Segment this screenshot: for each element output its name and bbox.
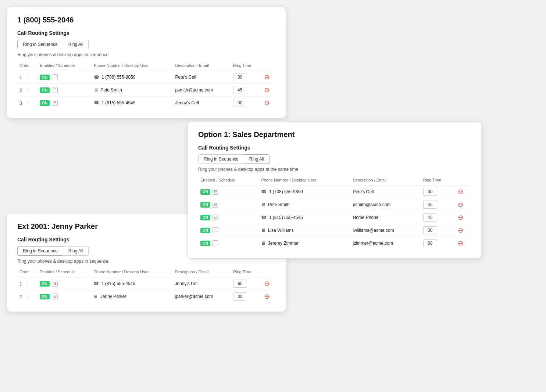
remove-button[interactable]: ⊖ [458,214,463,221]
calendar-icon[interactable]: ☷ [213,202,218,208]
card3-tab-sequence[interactable]: Ring in Sequence [17,246,63,256]
on-badge[interactable]: ON [40,294,50,299]
ring-time-input[interactable] [423,239,437,247]
card3-table: Order Enabled / Schedule Phone Number / … [17,268,275,303]
remove-cell: ⊖ [262,71,275,84]
calendar-icon[interactable]: ☷ [52,100,58,106]
calendar-icon[interactable]: ☷ [213,240,218,246]
on-badge[interactable]: ON [200,241,210,246]
ring-time-input[interactable] [423,226,437,234]
col3-enabled: Enabled / Schedule [38,268,92,277]
phone-number-text: 1 (708) 555-9850 [101,75,135,80]
phone-number-cell: ☎ 1 (708) 555-9850 [259,186,350,198]
remove-button[interactable]: ⊖ [264,87,270,93]
remove-button[interactable]: ⊖ [264,100,270,106]
description-cell: jzimmer@acme.com [350,237,421,250]
card2-tab-ringall[interactable]: Ring All [244,154,270,164]
on-badge[interactable]: ON [40,281,50,287]
phone-number-text: 1 (815) 555-4545 [101,100,135,105]
remove-button[interactable]: ⊖ [264,293,270,300]
on-badge[interactable]: ON [200,189,210,195]
ring-time-cell [421,224,456,237]
remove-button[interactable]: ⊖ [458,227,463,234]
on-badge[interactable]: ON [200,215,210,220]
card3-subtitle: Ring your phones & desktop apps in seque… [17,259,275,264]
remove-button[interactable]: ⊖ [264,280,270,287]
phone-number-cell: ☎ 1 (815) 555-4545 [91,277,172,290]
col3-order: Order [17,268,38,277]
calendar-icon[interactable]: ☷ [213,189,218,195]
order-cell: 2 ⋮ [17,290,38,303]
drag-handle[interactable]: ⋮ [25,100,30,106]
ring-time-cell [231,97,262,109]
ring-time-input[interactable] [423,188,437,196]
calendar-icon[interactable]: ☷ [52,74,58,80]
table-row: 2 ⋮ ON ☷ 🖥 Pete Smith psmith@acme.com ⊖ [17,84,275,97]
enabled-cell: ON ☷ [198,198,259,211]
description-cell: psmith@acme.com [350,198,421,211]
col3-phone: Phone Number / Desktop User [91,268,172,277]
card1-section: Call Routing Settings [17,30,275,36]
drag-handle[interactable]: ⋮ [25,74,30,80]
ring-time-input[interactable] [233,86,247,94]
on-badge[interactable]: ON [40,75,50,80]
ring-time-input[interactable] [423,213,437,222]
remove-cell: ⊖ [456,186,471,198]
card1-tab-ringall[interactable]: Ring All [63,40,89,49]
ring-time-input[interactable] [233,292,247,301]
card1-tab-sequence[interactable]: Ring in Sequence [17,40,63,49]
drag-handle[interactable]: ⋮ [25,294,30,299]
remove-button[interactable]: ⊖ [264,74,270,80]
phone-number-text: 1 (815) 555-4545 [101,281,135,286]
desktop-icon: 🖥 [261,241,265,246]
desktop-icon: 🖥 [261,228,265,233]
on-badge[interactable]: ON [200,202,210,208]
on-badge[interactable]: ON [200,228,210,233]
on-badge[interactable]: ON [40,87,50,93]
enabled-cell: ON ☷ [198,186,259,198]
desktop-icon: 🖥 [261,202,265,207]
phone-number-cell: 🖥 Lisa Williams [259,224,350,237]
col3-desc: Description / Email [172,268,231,277]
phone-icon: ☎ [93,281,99,286]
description-cell: lwilliams@acme.com [350,224,421,237]
phone-number-text: 1 (815) 555-4545 [269,215,303,220]
remove-button[interactable]: ⊖ [458,201,463,208]
drag-handle[interactable]: ⋮ [25,281,30,287]
phone-icon: ☎ [261,215,267,220]
enabled-cell: ON ☷ [38,290,92,303]
card2-subtitle: Ring your phones & desktop apps at the s… [198,167,471,172]
description-cell: Pete's Cell [173,71,231,84]
remove-button[interactable]: ⊖ [458,240,463,247]
description-cell: jparker@acme.com [172,290,231,303]
card2-title: Option 1: Sales Department [198,130,471,139]
ring-time-input[interactable] [423,201,437,209]
ring-time-input[interactable] [233,280,247,288]
calendar-icon[interactable]: ☷ [213,215,218,220]
card2-table: Enabled / Schedule Phone Number / Deskto… [198,176,471,249]
col-desc: Description / Email [173,62,231,71]
remove-button[interactable]: ⊖ [458,188,463,195]
table-row: ON ☷ ☎ 1 (815) 555-4545 Home Phone ⊖ [198,211,471,224]
calendar-icon[interactable]: ☷ [52,294,58,299]
phone-number-cell: 🖥 Pete Smith [92,84,173,97]
ring-time-input[interactable] [233,73,247,81]
table-row: 1 ⋮ ON ☷ ☎ 1 (708) 555-9850 Pete's Cell … [17,71,275,84]
calendar-icon[interactable]: ☷ [213,227,218,233]
card2-tab-sequence[interactable]: Ring in Sequence [198,154,244,164]
col-phone: Phone Number / Desktop User [92,62,173,71]
calendar-icon[interactable]: ☷ [52,87,58,93]
drag-handle[interactable]: ⋮ [25,87,30,93]
table-row: ON ☷ ☎ 1 (708) 555-9850 Pete's Cell ⊖ [198,186,471,198]
phone-number-cell: 🖥 Jenny Parker [91,290,172,303]
on-badge[interactable]: ON [40,100,50,106]
calendar-icon[interactable]: ☷ [52,281,58,287]
card3-tab-ringall[interactable]: Ring All [63,246,89,256]
enabled-cell: ON ☷ [38,71,92,84]
remove-cell: ⊖ [456,224,471,237]
ring-time-cell [231,277,262,290]
order-cell: 3 ⋮ [17,97,38,109]
description-cell: Jenny's Cell [172,277,231,290]
ring-time-input[interactable] [233,99,247,107]
card-sales-dept: Option 1: Sales Department Call Routing … [188,121,482,259]
